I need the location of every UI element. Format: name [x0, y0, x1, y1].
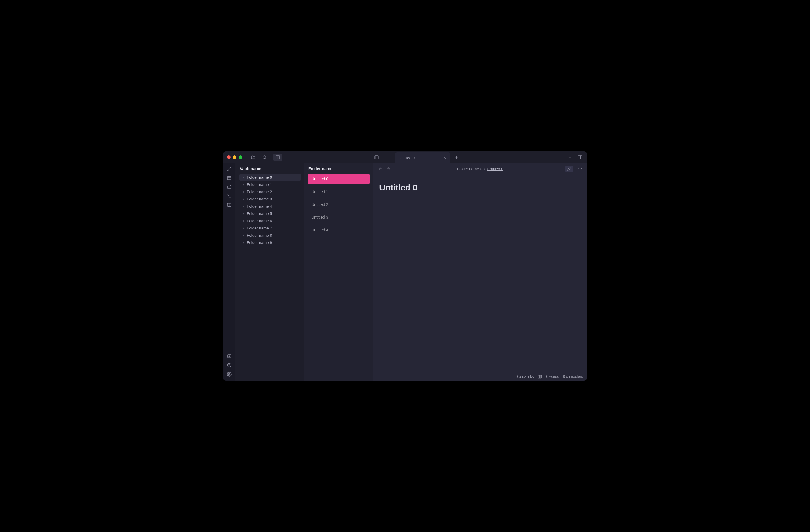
svg-point-29	[581, 168, 582, 169]
folder-item-label: Folder name 4	[247, 204, 272, 209]
chevron-right-icon	[242, 190, 245, 194]
app-body: Vault name Folder name 0Folder name 1Fol…	[223, 163, 587, 381]
folder-item-label: Folder name 7	[247, 226, 272, 230]
folder-sidebar: Folder name Untitled 0Untitled 1Untitled…	[304, 163, 373, 381]
chevron-right-icon	[242, 212, 245, 215]
quick-switcher-icon[interactable]	[227, 166, 232, 171]
settings-icon[interactable]	[227, 372, 232, 377]
file-item[interactable]: Untitled 2	[308, 199, 370, 209]
chevron-right-icon	[242, 241, 245, 244]
file-item[interactable]: Untitled 0	[308, 174, 370, 184]
chevron-right-icon	[242, 234, 245, 237]
vault-icon[interactable]	[227, 354, 232, 359]
edit-mode-button[interactable]	[565, 165, 573, 172]
main-pane: Folder name 0 / Untitled 0 Untitled 0 0	[373, 163, 587, 381]
editor-header: Folder name 0 / Untitled 0	[373, 163, 587, 175]
titlebar: Untitled 0	[223, 151, 587, 163]
chevron-right-icon	[242, 226, 245, 230]
svg-rect-2	[276, 155, 279, 159]
vault-title: Vault name	[239, 166, 301, 171]
folder-title: Folder name	[308, 166, 370, 171]
folder-item[interactable]: Folder name 1	[239, 181, 301, 188]
close-icon[interactable]	[443, 156, 447, 160]
status-characters[interactable]: 0 characters	[563, 375, 583, 379]
help-icon[interactable]	[227, 363, 232, 368]
breadcrumb[interactable]: Folder name 0 / Untitled 0	[457, 167, 503, 171]
chevron-right-icon	[242, 176, 245, 179]
folder-item[interactable]: Folder name 7	[239, 225, 301, 231]
vault-sidebar: Vault name Folder name 0Folder name 1Fol…	[235, 163, 304, 381]
folder-item-label: Folder name 6	[247, 219, 272, 223]
file-list: Untitled 0Untitled 1Untitled 2Untitled 3…	[308, 174, 370, 235]
folder-item-label: Folder name 8	[247, 233, 272, 238]
folder-item[interactable]: Folder name 5	[239, 210, 301, 217]
file-item[interactable]: Untitled 1	[308, 187, 370, 197]
folder-item-label: Folder name 0	[247, 175, 272, 179]
ribbon	[223, 163, 235, 381]
folder-item-label: Folder name 9	[247, 240, 272, 245]
editor-content[interactable]: Untitled 0	[373, 175, 587, 373]
nav-back-icon[interactable]	[378, 166, 383, 171]
folder-item-label: Folder name 3	[247, 197, 272, 201]
svg-point-27	[578, 168, 579, 169]
status-words[interactable]: 0 words	[546, 375, 559, 379]
folder-list: Folder name 0Folder name 1Folder name 2F…	[239, 174, 301, 246]
file-item[interactable]: Untitled 4	[308, 225, 370, 235]
status-backlinks[interactable]: 0 backlinks	[516, 375, 534, 379]
search-icon[interactable]	[262, 155, 267, 160]
chevron-right-icon	[242, 219, 245, 223]
window-close-button[interactable]	[227, 155, 230, 159]
chevron-right-icon	[242, 197, 245, 201]
window-minimize-button[interactable]	[233, 155, 236, 159]
svg-rect-12	[227, 177, 231, 180]
file-item[interactable]: Untitled 3	[308, 212, 370, 222]
nav-forward-icon[interactable]	[386, 166, 391, 171]
chevron-down-icon[interactable]	[568, 155, 572, 159]
svg-line-1	[266, 158, 266, 159]
window-maximize-button[interactable]	[239, 155, 242, 159]
svg-rect-10	[578, 155, 582, 159]
svg-point-28	[580, 168, 580, 169]
chevron-right-icon	[242, 205, 245, 208]
note-title[interactable]: Untitled 0	[379, 183, 581, 193]
folder-item[interactable]: Folder name 0	[239, 174, 301, 181]
breadcrumb-current[interactable]: Untitled 0	[487, 167, 503, 171]
folder-item[interactable]: Folder name 9	[239, 239, 301, 246]
svg-point-23	[229, 366, 229, 367]
svg-point-0	[263, 155, 266, 158]
svg-rect-19	[227, 355, 230, 358]
folder-item-label: Folder name 1	[247, 182, 272, 187]
svg-point-24	[228, 373, 230, 375]
breadcrumb-separator: /	[484, 167, 485, 171]
tab-bar: Untitled 0	[374, 151, 459, 163]
traffic-lights	[227, 155, 242, 159]
new-tab-button[interactable]	[454, 155, 459, 159]
left-sidebar-toggle-icon[interactable]	[274, 154, 282, 161]
folder-item-label: Folder name 2	[247, 190, 272, 194]
svg-point-20	[229, 356, 230, 357]
chevron-right-icon	[242, 183, 245, 187]
folder-item[interactable]: Folder name 3	[239, 196, 301, 203]
book-icon[interactable]	[538, 375, 542, 379]
calendar-icon[interactable]	[227, 175, 232, 180]
files-icon[interactable]	[227, 184, 232, 189]
panel-icon[interactable]	[227, 203, 232, 207]
folder-item[interactable]: Folder name 2	[239, 189, 301, 195]
breadcrumb-parent[interactable]: Folder name 0	[457, 167, 482, 171]
command-palette-icon[interactable]	[227, 193, 232, 198]
folder-item[interactable]: Folder name 4	[239, 203, 301, 210]
more-options-icon[interactable]	[578, 166, 582, 171]
folder-item-label: Folder name 5	[247, 211, 272, 216]
folder-open-icon[interactable]	[251, 155, 256, 160]
right-sidebar-toggle-icon[interactable]	[578, 155, 582, 160]
status-bar: 0 backlinks 0 words 0 characters	[373, 373, 587, 381]
app-window: Untitled 0	[223, 151, 587, 381]
folder-item[interactable]: Folder name 6	[239, 217, 301, 224]
svg-rect-4	[374, 155, 378, 159]
tab-title: Untitled 0	[399, 156, 415, 160]
panel-left-icon[interactable]	[374, 155, 379, 160]
folder-item[interactable]: Folder name 8	[239, 232, 301, 239]
tab-active[interactable]: Untitled 0	[395, 152, 450, 163]
